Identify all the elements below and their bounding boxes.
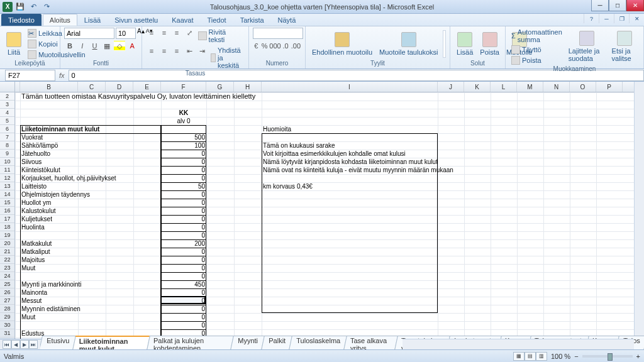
row-header[interactable]: 28 [0, 305, 14, 313]
align-left-icon[interactable]: ≡ [146, 46, 157, 56]
row-header[interactable]: 20 [0, 239, 14, 248]
align-right-icon[interactable]: ≡ [171, 46, 182, 56]
row-header[interactable]: 19 [0, 231, 14, 239]
col-header[interactable]: B [20, 82, 78, 92]
sort-filter-button[interactable]: Lajittele ja suodata [566, 30, 608, 63]
tab-insert[interactable]: Lisää [77, 14, 108, 26]
underline-button[interactable]: U [89, 41, 101, 51]
font-size-select[interactable] [116, 28, 136, 39]
col-header[interactable]: C [78, 82, 106, 92]
help-icon[interactable]: ? [584, 14, 599, 23]
row-header[interactable]: 30 [0, 321, 14, 329]
align-top-icon[interactable]: ≡ [146, 28, 157, 38]
fx-icon[interactable]: fx [59, 72, 65, 79]
horizontal-scrollbar[interactable] [402, 339, 634, 349]
font-name-select[interactable] [64, 28, 114, 39]
cell[interactable]: alv 0 [161, 117, 206, 125]
align-center-icon[interactable]: ≡ [158, 46, 170, 56]
inc-decimal-icon[interactable]: .0 [282, 41, 289, 51]
font-color-button[interactable]: A [126, 41, 138, 51]
row-header[interactable]: 27 [0, 297, 14, 305]
col-header[interactable]: G [206, 82, 234, 92]
comma-icon[interactable]: 000 [270, 41, 281, 51]
row-header[interactable]: 16 [0, 207, 14, 215]
col-header[interactable]: F [161, 82, 206, 92]
cell-styles-gallery[interactable] [443, 30, 446, 58]
row-header[interactable]: 15 [0, 199, 14, 207]
col-header[interactable]: D [106, 82, 133, 92]
row-header[interactable]: 6 [0, 125, 14, 133]
number-format-select[interactable] [253, 28, 303, 39]
row-header[interactable]: 24 [0, 272, 14, 280]
col-header[interactable] [15, 82, 20, 92]
currency-icon[interactable]: € [253, 41, 260, 51]
col-header[interactable]: L [491, 82, 517, 92]
dec-decimal-icon[interactable]: .00 [291, 41, 301, 51]
clear-button[interactable]: Poista [509, 55, 564, 65]
wrap-text-button[interactable]: Rivitä teksti [196, 28, 245, 44]
orientation-icon[interactable]: ⤢ [184, 28, 195, 38]
view-normal-icon[interactable]: ▦ [513, 352, 525, 361]
row-header[interactable]: 4 [0, 109, 14, 117]
tab-data[interactable]: Tiedot [200, 14, 233, 26]
col-header[interactable]: J [438, 82, 464, 92]
row-header[interactable]: 2 [0, 92, 14, 101]
sheet-nav-prev-icon[interactable]: ◀ [11, 340, 20, 349]
align-middle-icon[interactable]: ≡ [158, 28, 170, 38]
col-header[interactable]: H [234, 82, 262, 92]
name-box[interactable]: F27 [5, 70, 55, 81]
select-all-corner[interactable] [0, 82, 15, 92]
row-header[interactable]: 29 [0, 313, 14, 321]
paste-button[interactable]: Liitä [4, 31, 24, 57]
row-header[interactable]: 7 [0, 133, 14, 141]
sheet-nav-last-icon[interactable]: ⏭ [29, 340, 38, 349]
row-header[interactable]: 18 [0, 223, 14, 231]
row-header[interactable]: 25 [0, 280, 14, 288]
format-table-button[interactable]: Muotoile taulukoksi [377, 31, 441, 57]
col-header[interactable]: E [133, 82, 161, 92]
row-header[interactable]: 13 [0, 182, 14, 190]
row-header[interactable]: 17 [0, 215, 14, 223]
border-button[interactable]: ▦ [101, 41, 113, 51]
fill-button[interactable]: Täyttö [509, 45, 564, 55]
row-header[interactable]: 22 [0, 256, 14, 264]
sheet-nav-next-icon[interactable]: ▶ [20, 340, 29, 349]
row-header[interactable]: 12 [0, 174, 14, 182]
insert-cells-button[interactable]: Lisää [454, 31, 475, 57]
fill-color-button[interactable]: ◇ [114, 41, 125, 51]
vertical-scrollbar[interactable] [634, 82, 644, 339]
row-header[interactable]: 14 [0, 190, 14, 199]
row-header[interactable]: 26 [0, 288, 14, 297]
conditional-format-button[interactable]: Ehdollinen muotoilu [309, 31, 375, 57]
col-header[interactable]: I [262, 82, 438, 92]
autosum-button[interactable]: ΣAutomaattinen summa [509, 28, 564, 44]
delete-cells-button[interactable]: Poista [477, 31, 502, 57]
sheet-nav-first-icon[interactable]: ⏮ [3, 340, 11, 349]
row-header[interactable]: 8 [0, 141, 14, 150]
tab-review[interactable]: Tarkista [233, 14, 271, 26]
row-header[interactable]: 9 [0, 150, 14, 158]
tab-view[interactable]: Näytä [271, 14, 303, 26]
col-header[interactable]: N [543, 82, 570, 92]
tab-home[interactable]: Aloitus [43, 14, 77, 26]
col-header[interactable]: K [464, 82, 491, 92]
row-header[interactable]: 21 [0, 248, 14, 256]
spreadsheet-grid[interactable]: B C D E F G H I J K L M N O P 2345678910… [0, 82, 644, 339]
close-button[interactable]: ✕ [626, 0, 644, 11]
col-header[interactable]: P [596, 82, 623, 92]
cell[interactable]: Huomioita [262, 125, 438, 133]
cell[interactable]: KK [161, 109, 206, 117]
col-header[interactable]: O [570, 82, 596, 92]
row-header[interactable]: 11 [0, 166, 14, 174]
zoom-out-button[interactable]: − [574, 353, 578, 360]
indent-dec-icon[interactable]: ⇤ [184, 46, 195, 56]
tab-formulas[interactable]: Kaavat [165, 14, 200, 26]
row-header[interactable]: 23 [0, 264, 14, 272]
indent-inc-icon[interactable]: ⇥ [196, 46, 208, 56]
italic-button[interactable]: I [77, 41, 88, 51]
tab-layout[interactable]: Sivun asettelu [108, 14, 165, 26]
col-header[interactable]: M [517, 82, 543, 92]
bold-button[interactable]: B [64, 41, 75, 51]
zoom-in-button[interactable]: + [636, 353, 640, 360]
row-header[interactable]: 31 [0, 329, 14, 337]
